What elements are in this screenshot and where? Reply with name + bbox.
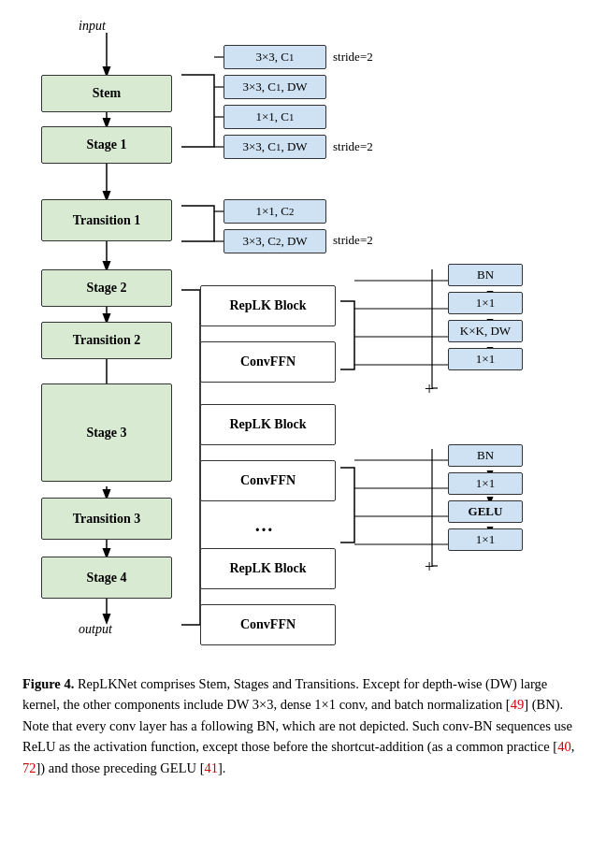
stride2-label-2: stride=2 [333,139,373,154]
svg-text:+: + [425,380,434,398]
trans1-detail-1: 1×1, C2 [224,199,326,224]
svg-text:+: + [425,557,434,576]
stage3-box: Stage 3 [41,383,172,482]
convffn-1x1-1: 1×1 [448,472,523,495]
input-label: input [79,19,106,34]
convffn-bn: BN [448,444,523,467]
ellipsis: … [254,514,273,536]
stride2-label-3: stride=2 [333,233,373,248]
stage1-box: Stage 1 [41,126,172,164]
transition3-box: Transition 3 [41,498,172,540]
convffn-2: ConvFFN [200,460,336,501]
convffn-1: ConvFFN [200,341,336,383]
stage2-box: Stage 2 [41,269,172,307]
convffn-3: ConvFFN [200,604,336,645]
replk-bn: BN [448,264,523,286]
figure-label: Figure 4. [22,676,74,691]
convffn-gelu: GELU [448,500,523,523]
transition1-box: Transition 1 [41,199,172,241]
convffn-1x1-2: 1×1 [448,528,523,551]
stem-detail-1: 3×3, C1 [224,45,326,69]
stem-detail-2: 3×3, C1, DW [224,75,326,99]
stem-detail-3: 1×1, C1 [224,105,326,129]
stem-detail-4: 3×3, C1, DW [224,135,326,159]
replk-block-2: RepLK Block [200,404,336,445]
diagram: + + input Stem Stage 1 Transition 1 Stag… [22,19,584,664]
stem-box: Stem [41,75,172,112]
replk-block-1: RepLK Block [200,285,336,326]
replk-kxk-dw: K×K, DW [448,320,523,342]
trans1-detail-2: 3×3, C2, DW [224,229,326,253]
replk-1x1-1: 1×1 [448,292,523,314]
stage4-box: Stage 4 [41,557,172,599]
stride2-label-1: stride=2 [333,50,373,65]
output-label: output [79,622,112,637]
replk-1x1-2: 1×1 [448,348,523,370]
transition2-box: Transition 2 [41,322,172,359]
figure-caption: Figure 4. RepLKNet comprises Stem, Stage… [22,673,584,778]
replk-block-3: RepLK Block [200,548,336,589]
